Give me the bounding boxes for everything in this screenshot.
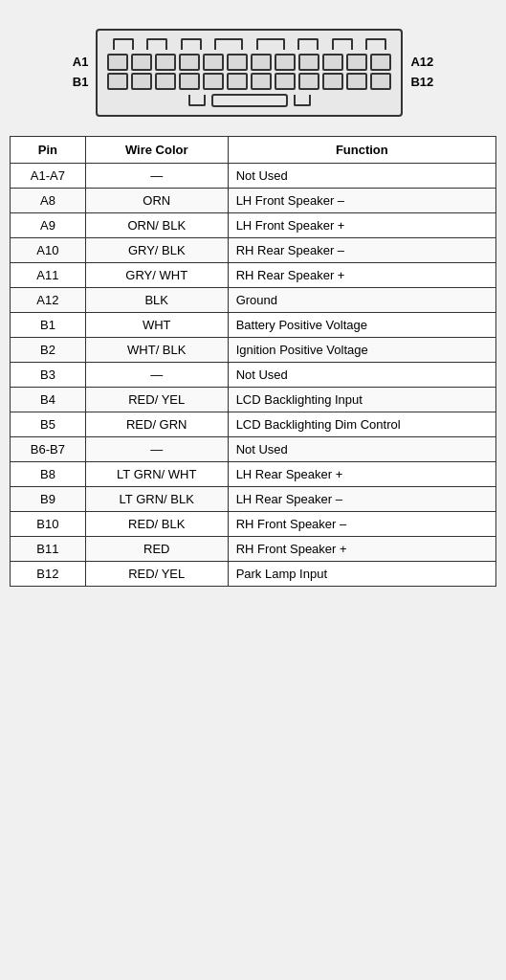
table-row: A11GRY/ WHTRH Rear Speaker + xyxy=(11,263,496,288)
cell-wire-color: RED/ YEL xyxy=(85,388,228,412)
cell-pin: B10 xyxy=(11,512,86,537)
cell-pin: B4 xyxy=(11,388,86,412)
cell-pin: B3 xyxy=(11,363,86,388)
cell-pin: A10 xyxy=(11,238,86,263)
pin-a4 xyxy=(179,54,200,71)
header-pin: Pin xyxy=(11,137,86,164)
table-row: A12BLKGround xyxy=(11,288,496,313)
table-row: B10RED/ BLKRH Front Speaker – xyxy=(11,512,496,537)
cell-wire-color: WHT xyxy=(85,313,228,338)
pin-a5 xyxy=(203,54,224,71)
cell-wire-color: RED/ BLK xyxy=(85,512,228,537)
table-row: B12RED/ YELPark Lamp Input xyxy=(11,562,496,587)
cell-pin: A11 xyxy=(11,263,86,288)
cell-wire-color: ORN xyxy=(85,189,228,213)
table-row: B2WHT/ BLKIgnition Positive Voltage xyxy=(11,338,496,363)
cell-wire-color: GRY/ BLK xyxy=(85,238,228,263)
table-row: B9LT GRN/ BLKLH Rear Speaker – xyxy=(11,487,496,512)
cell-wire-color: RED xyxy=(85,537,228,562)
table-row: A9ORN/ BLKLH Front Speaker + xyxy=(11,213,496,238)
pin-table-container: Pin Wire Color Function A1-A7—Not UsedA8… xyxy=(10,136,496,587)
cell-wire-color: WHT/ BLK xyxy=(85,338,228,363)
cell-function: LH Front Speaker – xyxy=(228,189,495,213)
pin-b7 xyxy=(251,73,272,90)
tab-4 xyxy=(214,38,243,50)
right-labels: A12 B12 xyxy=(410,53,433,93)
cell-wire-color: — xyxy=(85,363,228,388)
bottom-tab-2 xyxy=(294,95,311,106)
cell-function: Battery Positive Voltage xyxy=(228,313,495,338)
cell-function: Not Used xyxy=(228,437,495,462)
cell-function: Ignition Positive Voltage xyxy=(228,338,495,363)
cell-function: LCD Backlighting Input xyxy=(228,388,495,412)
cell-function: RH Front Speaker + xyxy=(228,537,495,562)
header-wire-color: Wire Color xyxy=(85,137,228,164)
table-row: B6-B7—Not Used xyxy=(11,437,496,462)
pin-b12 xyxy=(370,73,391,90)
pin-b9 xyxy=(298,73,319,90)
tab-7 xyxy=(332,38,353,50)
cell-pin: B6-B7 xyxy=(11,437,86,462)
tab-6 xyxy=(297,38,319,50)
tab-8 xyxy=(365,38,386,50)
pin-a9 xyxy=(298,54,319,71)
cell-wire-color: LT GRN/ BLK xyxy=(85,487,228,512)
table-row: A10GRY/ BLKRH Rear Speaker – xyxy=(11,238,496,263)
pin-b10 xyxy=(322,73,343,90)
bottom-tab-1 xyxy=(188,95,206,106)
cell-wire-color: RED/ YEL xyxy=(85,562,228,587)
label-a1: A1 xyxy=(73,53,89,73)
pin-b3 xyxy=(155,73,176,90)
cell-pin: B9 xyxy=(11,487,86,512)
pin-b4 xyxy=(179,73,200,90)
cell-pin: A8 xyxy=(11,189,86,213)
header-function: Function xyxy=(228,137,495,164)
cell-function: Ground xyxy=(228,288,495,313)
cell-wire-color: LT GRN/ WHT xyxy=(85,462,228,487)
cell-pin: A1-A7 xyxy=(11,164,86,189)
cell-pin: B12 xyxy=(11,562,86,587)
latch xyxy=(211,94,288,107)
table-header-row: Pin Wire Color Function xyxy=(11,137,496,164)
table-row: A8ORNLH Front Speaker – xyxy=(11,189,496,213)
cell-function: RH Rear Speaker – xyxy=(228,238,495,263)
cell-function: LCD Backlighting Dim Control xyxy=(228,412,495,437)
cell-function: RH Front Speaker – xyxy=(228,512,495,537)
cell-function: LH Front Speaker + xyxy=(228,213,495,238)
table-row: B5RED/ GRNLCD Backlighting Dim Control xyxy=(11,412,496,437)
table-row: B1WHTBattery Positive Voltage xyxy=(11,313,496,338)
cell-wire-color: ORN/ BLK xyxy=(85,213,228,238)
cell-function: RH Rear Speaker + xyxy=(228,263,495,288)
pin-a11 xyxy=(346,54,367,71)
tab-1 xyxy=(113,38,134,50)
table-row: B3—Not Used xyxy=(11,363,496,388)
label-b1: B1 xyxy=(73,73,89,93)
pin-table: Pin Wire Color Function A1-A7—Not UsedA8… xyxy=(10,136,496,587)
pin-a7 xyxy=(251,54,272,71)
cell-function: Park Lamp Input xyxy=(228,562,495,587)
connector-diagram: A1 B1 xyxy=(62,29,445,117)
cell-wire-color: — xyxy=(85,437,228,462)
tab-3 xyxy=(181,38,202,50)
pin-a12 xyxy=(370,54,391,71)
left-labels: A1 B1 xyxy=(73,53,89,93)
cell-wire-color: BLK xyxy=(85,288,228,313)
cell-pin: B11 xyxy=(11,537,86,562)
label-b12: B12 xyxy=(410,73,433,93)
connector-body xyxy=(96,29,403,117)
cell-function: Not Used xyxy=(228,164,495,189)
cell-wire-color: — xyxy=(85,164,228,189)
pin-b1 xyxy=(107,73,128,90)
cell-pin: A9 xyxy=(11,213,86,238)
cell-pin: B5 xyxy=(11,412,86,437)
pin-row-b xyxy=(107,73,391,90)
pin-row-a xyxy=(107,54,391,71)
pin-b11 xyxy=(346,73,367,90)
tab-2 xyxy=(146,38,167,50)
cell-pin: B8 xyxy=(11,462,86,487)
table-row: B8LT GRN/ WHTLH Rear Speaker + xyxy=(11,462,496,487)
cell-pin: B2 xyxy=(11,338,86,363)
pin-a8 xyxy=(275,54,296,71)
pin-b5 xyxy=(203,73,224,90)
cell-function: LH Rear Speaker + xyxy=(228,462,495,487)
